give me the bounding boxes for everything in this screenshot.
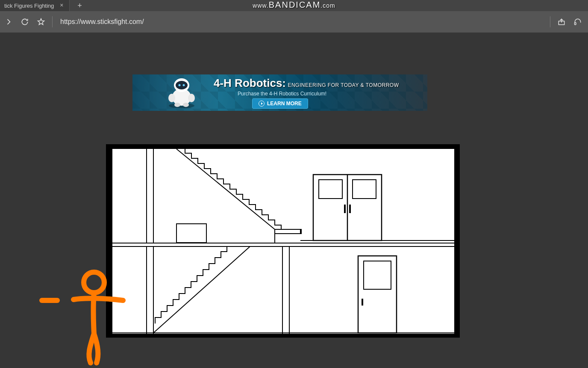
watermark-prefix: www. <box>253 2 268 9</box>
separator <box>52 16 53 27</box>
tab-title: tick Figures Fighting <box>4 3 54 9</box>
svg-rect-32 <box>344 205 346 213</box>
url-input[interactable] <box>59 18 544 26</box>
separator <box>550 16 550 27</box>
svg-rect-3 <box>575 23 576 25</box>
page-content: 4-H Robotics: ENGINEERING FOR TODAY & TO… <box>0 33 588 368</box>
svg-point-10 <box>168 94 175 102</box>
svg-rect-14 <box>112 149 454 334</box>
ad-title-sub: ENGINEERING FOR TODAY & TOMORROW <box>288 82 399 88</box>
recording-watermark: www.BANDICAM.com <box>253 0 335 10</box>
ad-text: 4-H Robotics: ENGINEERING FOR TODAY & TO… <box>214 77 427 109</box>
svg-point-13 <box>183 103 189 107</box>
ad-banner[interactable]: 4-H Robotics: ENGINEERING FOR TODAY & TO… <box>132 74 427 111</box>
robot-image <box>162 76 201 110</box>
svg-point-8 <box>179 84 181 86</box>
svg-point-11 <box>188 94 195 102</box>
browser-addressbar <box>0 11 588 33</box>
watermark-brand: BANDICAM <box>269 0 321 9</box>
browser-tab[interactable]: tick Figures Fighting × <box>0 0 70 11</box>
refresh-button[interactable] <box>20 17 30 27</box>
close-tab-icon[interactable]: × <box>58 2 65 9</box>
svg-marker-0 <box>38 19 44 25</box>
share-icon[interactable] <box>556 17 567 27</box>
play-circle-icon <box>259 101 265 107</box>
svg-point-9 <box>183 84 185 86</box>
svg-point-12 <box>174 103 180 107</box>
learn-more-label: LEARN MORE <box>267 101 302 107</box>
new-tab-button[interactable]: + <box>77 1 82 10</box>
headphones-icon[interactable] <box>573 17 583 27</box>
browser-titlebar: tick Figures Fighting × + www.BANDICAM.c… <box>0 0 588 11</box>
svg-rect-37 <box>362 299 363 306</box>
game-frame[interactable] <box>106 144 460 338</box>
forward-button[interactable] <box>3 17 14 27</box>
ad-title-main: 4-H Robotics: <box>214 77 286 89</box>
svg-point-7 <box>176 81 188 89</box>
svg-rect-33 <box>349 205 351 213</box>
game-canvas <box>112 149 453 333</box>
favorite-icon[interactable] <box>36 17 46 27</box>
ad-subtitle: Purchase the 4-H Robotics Curriculum! <box>214 91 350 97</box>
learn-more-button[interactable]: LEARN MORE <box>252 98 308 109</box>
watermark-suffix: .com <box>320 2 335 9</box>
